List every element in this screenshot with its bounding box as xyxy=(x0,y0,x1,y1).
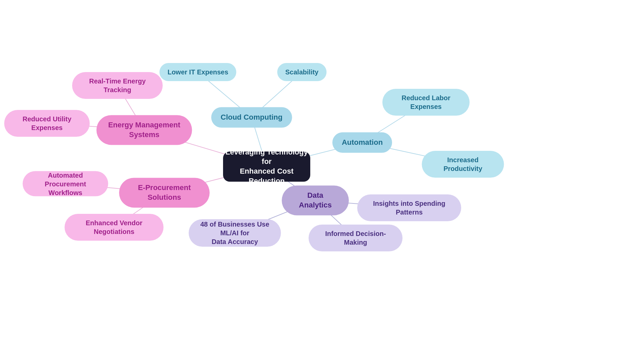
energy-mgmt-node: Energy Management Systems xyxy=(97,115,192,145)
scalability-node: Scalability xyxy=(277,63,327,81)
enhanced-vendor-node: Enhanced Vendor Negotiations xyxy=(65,214,164,241)
real-time-energy-node: Real-Time Energy Tracking xyxy=(72,72,163,99)
data-analytics-node: Data Analytics xyxy=(282,185,349,215)
automation-node: Automation xyxy=(332,132,392,153)
auto-procurement-node: Automated Procurement Workflows xyxy=(23,171,108,196)
insights-spending-node: Insights into Spending Patterns xyxy=(357,194,461,221)
informed-decision-node: Informed Decision-Making xyxy=(309,225,402,251)
ml-ai-node: 48 of Businesses Use ML/AI for Data Accu… xyxy=(189,219,281,247)
eprocurement-node: E-Procurement Solutions xyxy=(119,178,210,207)
center-node: Leveraging Technology for Enhanced Cost … xyxy=(223,152,310,182)
increased-prod-node: Increased Productivity xyxy=(422,151,504,178)
lower-it-node: Lower IT Expenses xyxy=(159,63,236,81)
cloud-computing-node: Cloud Computing xyxy=(211,107,292,128)
center-label: Leveraging Technology for Enhanced Cost … xyxy=(223,147,310,186)
reduced-utility-node: Reduced Utility Expenses xyxy=(4,110,90,137)
reduced-labor-node: Reduced Labor Expenses xyxy=(382,89,470,116)
